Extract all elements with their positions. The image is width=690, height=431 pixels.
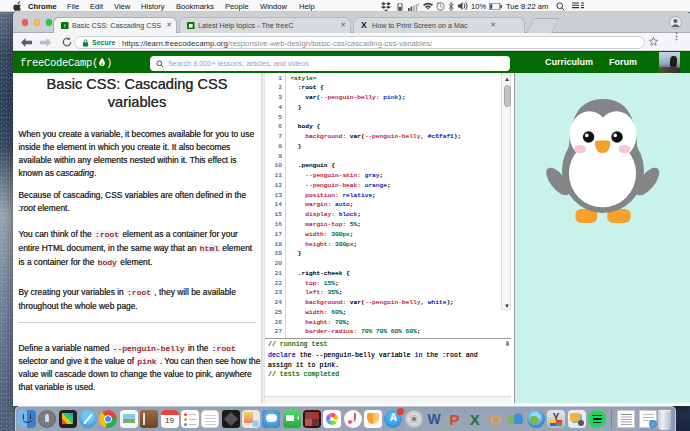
svg-text:!: ! [418, 3, 419, 8]
